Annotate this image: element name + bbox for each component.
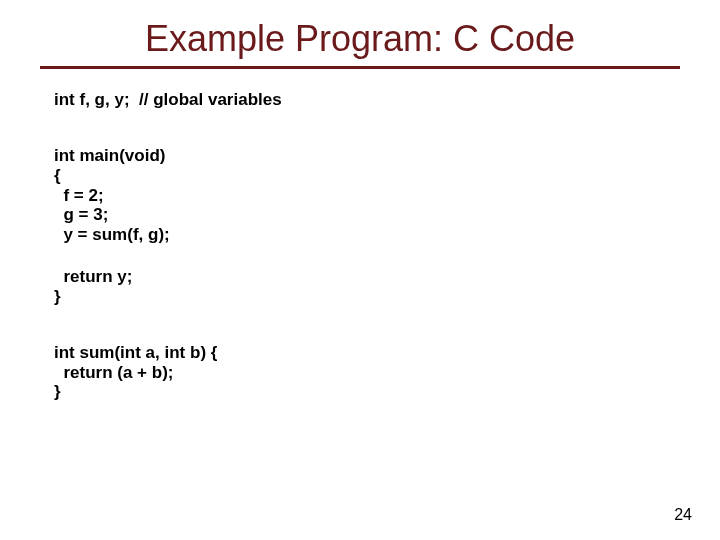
code-line: f = 2; [54, 187, 680, 205]
slide-title: Example Program: C Code [40, 18, 680, 60]
code-block: int f, g, y; // global variables int mai… [54, 91, 680, 401]
code-line: int main(void) [54, 147, 680, 165]
spacer [54, 111, 680, 145]
spacer [54, 246, 680, 266]
spacer [54, 308, 680, 342]
code-line: int f, g, y; // global variables [54, 91, 680, 109]
page-number: 24 [674, 506, 692, 524]
title-underline [40, 66, 680, 69]
code-line: y = sum(f, g); [54, 226, 680, 244]
code-line: } [54, 288, 680, 306]
code-line: return (a + b); [54, 364, 680, 382]
code-line: g = 3; [54, 206, 680, 224]
code-line: return y; [54, 268, 680, 286]
code-line: { [54, 167, 680, 185]
slide: Example Program: C Code int f, g, y; // … [0, 0, 720, 401]
code-line: int sum(int a, int b) { [54, 344, 680, 362]
code-line: } [54, 383, 680, 401]
